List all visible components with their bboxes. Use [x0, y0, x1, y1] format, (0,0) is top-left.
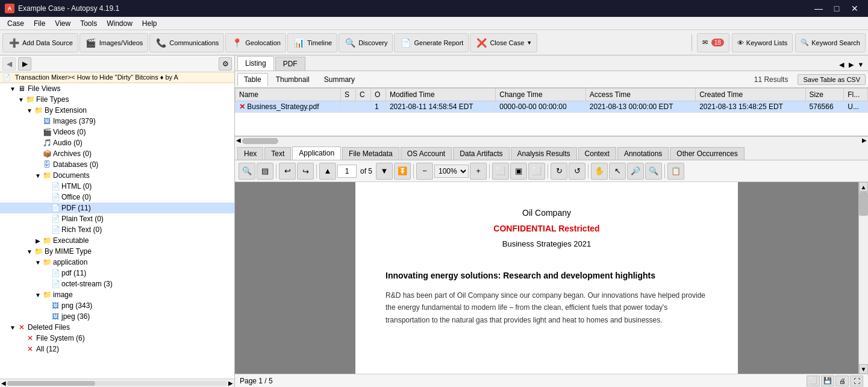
tree-item-application[interactable]: ▼ 📁 application — [0, 257, 234, 268]
add-data-source-button[interactable]: ➕ Add Data Source — [2, 33, 78, 52]
tab-next-button[interactable]: ▶ — [846, 58, 856, 71]
chevron-down-icon[interactable]: ▼ — [34, 259, 42, 266]
col-change[interactable]: Change Time — [496, 89, 586, 101]
scroll-down-button[interactable]: ▼ — [859, 364, 868, 374]
rotate-ccw-button[interactable]: ↺ — [569, 163, 585, 180]
tree-item-by-mime[interactable]: ▼ 📁 By MIME Type — [0, 246, 234, 257]
zoom-in-button[interactable]: + — [470, 163, 487, 180]
tab-pdf[interactable]: PDF — [275, 57, 305, 71]
table-row[interactable]: ✕ Business_Strategy.pdf 1 2021-08-11 14:… — [236, 101, 868, 113]
tree-item-documents[interactable]: ▼ 📁 Documents — [0, 170, 234, 181]
forward-button[interactable]: ▶ — [18, 57, 31, 71]
geolocation-button[interactable]: 📍 Geolocation — [225, 33, 286, 52]
tree-item-html[interactable]: 📄 HTML (0) — [0, 181, 234, 192]
tab-file-metadata[interactable]: File Metadata — [342, 147, 399, 160]
col-created[interactable]: Created Time — [696, 89, 805, 101]
fit-button[interactable]: ▤ — [257, 163, 273, 180]
find-button[interactable]: 🔍 — [239, 163, 255, 180]
tab-hex[interactable]: Hex — [237, 147, 263, 160]
file-tree[interactable]: ▼ 🖥 File Views ▼ 📁 File Types ▼ 📁 By Ext… — [0, 83, 234, 379]
chevron-down-icon[interactable]: ▼ — [34, 172, 42, 179]
tab-text[interactable]: Text — [264, 147, 291, 160]
chevron-right-icon[interactable]: ▶ — [34, 238, 42, 244]
tree-item-octet-stream[interactable]: 📄 octet-stream (3) — [0, 278, 234, 289]
tree-item-videos[interactable]: 🎬 Videos (0) — [0, 127, 234, 137]
tab-annotations[interactable]: Annotations — [617, 147, 669, 160]
maximize-button[interactable]: □ — [828, 2, 845, 14]
chevron-down-icon[interactable]: ▼ — [25, 248, 34, 255]
fit-page-button[interactable]: ▣ — [510, 163, 527, 180]
tree-item-jpeg[interactable]: 🖼 jpeg (36) — [0, 311, 234, 322]
tree-item-executable[interactable]: ▶ 📁 Executable — [0, 235, 234, 246]
back-button[interactable]: ◀ — [2, 57, 16, 71]
menu-case[interactable]: Case — [2, 18, 29, 29]
tree-item-file-types[interactable]: ▼ 📁 File Types — [0, 94, 234, 105]
chevron-down-icon[interactable]: ▼ — [25, 107, 34, 114]
pan-button[interactable]: ✋ — [591, 163, 608, 180]
col-access[interactable]: Access Time — [585, 89, 695, 101]
fit-width-button[interactable]: ⬜ — [492, 163, 509, 180]
rotate-cw-button[interactable]: ↻ — [551, 163, 567, 180]
scroll-left-icon[interactable]: ◀ — [235, 137, 242, 145]
tree-item-archives[interactable]: 📦 Archives (0) — [0, 148, 234, 159]
sub-tab-table[interactable]: Table — [237, 73, 268, 86]
tab-menu-button[interactable]: ▼ — [856, 58, 866, 71]
tab-context[interactable]: Context — [578, 147, 616, 160]
copy-button[interactable]: 📋 — [667, 163, 684, 180]
tree-item-plain-text[interactable]: 📄 Plain Text (0) — [0, 213, 234, 224]
left-panel-scrollbar[interactable]: ◀ ▶ — [0, 379, 234, 387]
menu-help[interactable]: Help — [137, 18, 162, 29]
tab-application[interactable]: Application — [292, 146, 341, 160]
scroll-right-icon[interactable]: ▶ — [861, 137, 868, 145]
tab-listing[interactable]: Listing — [237, 56, 274, 71]
last-page-button[interactable]: ⏬ — [394, 163, 411, 180]
table-scrollbar[interactable]: ◀ ▶ — [235, 136, 868, 145]
print-pdf-btn[interactable]: 🖨 — [835, 376, 849, 386]
file-table-area[interactable]: Name S C O Modified Time Change Time Acc… — [235, 88, 868, 136]
tab-analysis-results[interactable]: Analysis Results — [511, 147, 577, 160]
tree-item-audio[interactable]: 🎵 Audio (0) — [0, 137, 234, 148]
scroll-track[interactable] — [242, 137, 861, 145]
fullscreen-btn[interactable]: ⛶ — [850, 376, 863, 386]
tree-item-pdf[interactable]: 📄 PDF (11) — [0, 203, 234, 213]
rotate-right-button[interactable]: ↩ — [297, 163, 314, 180]
images-videos-button[interactable]: 🎬 Images/Videos — [80, 33, 149, 52]
tree-item-by-extension[interactable]: ▼ 📁 By Extension — [0, 105, 234, 116]
pdf-scrollbar[interactable]: ▲ ▼ — [858, 182, 868, 374]
minimize-button[interactable]: — — [810, 2, 827, 14]
tree-item-deleted-files[interactable]: ▼ ✕ Deleted Files — [0, 322, 234, 333]
col-s[interactable]: S — [340, 89, 355, 101]
col-size[interactable]: Size — [805, 89, 844, 101]
scroll-right-icon[interactable]: ▶ — [228, 380, 233, 386]
zoom-select[interactable]: 100% 75% 125% 150% — [434, 165, 469, 178]
chevron-down-icon[interactable]: ▼ — [8, 86, 17, 92]
zoom-out-button[interactable]: − — [416, 163, 433, 180]
discovery-button[interactable]: 🔍 Discovery — [339, 33, 393, 52]
two-page-button[interactable]: ⬜ — [528, 163, 545, 180]
tab-prev-button[interactable]: ◀ — [837, 58, 846, 71]
scroll-track[interactable] — [7, 381, 227, 386]
zoom-region2-button[interactable]: 🔍 — [645, 163, 662, 180]
close-button[interactable]: ✕ — [846, 2, 863, 14]
close-case-button[interactable]: ❌ Close Case ▼ — [470, 33, 537, 52]
sub-tab-thumbnail[interactable]: Thumbnail — [269, 73, 316, 86]
tree-item-image-mime[interactable]: ▼ 📁 image — [0, 289, 234, 300]
tree-item-databases[interactable]: 🗄 Databases (0) — [0, 159, 234, 170]
tree-item-rich-text[interactable]: 📄 Rich Text (0) — [0, 224, 234, 235]
page-number-input[interactable] — [337, 165, 357, 178]
menu-file[interactable]: File — [29, 18, 50, 29]
col-o[interactable]: O — [370, 89, 386, 101]
generate-report-button[interactable]: 📄 Generate Report — [394, 33, 469, 52]
select-button[interactable]: ↖ — [609, 163, 626, 180]
tab-data-artifacts[interactable]: Data Artifacts — [453, 147, 509, 160]
communications-button[interactable]: 📞 Communications — [149, 33, 224, 52]
tab-os-account[interactable]: OS Account — [401, 147, 452, 160]
chevron-down-icon[interactable]: ▼ — [17, 96, 25, 103]
mail-button[interactable]: ✉ 18 — [697, 33, 729, 52]
scroll-left-icon[interactable]: ◀ — [1, 380, 6, 386]
menu-tools[interactable]: Tools — [75, 18, 102, 29]
prev-page-button[interactable]: ▲ — [319, 163, 336, 180]
chevron-down-icon[interactable]: ▼ — [34, 292, 42, 298]
col-name[interactable]: Name — [236, 89, 341, 101]
tree-item-png[interactable]: 🖼 png (343) — [0, 300, 234, 311]
